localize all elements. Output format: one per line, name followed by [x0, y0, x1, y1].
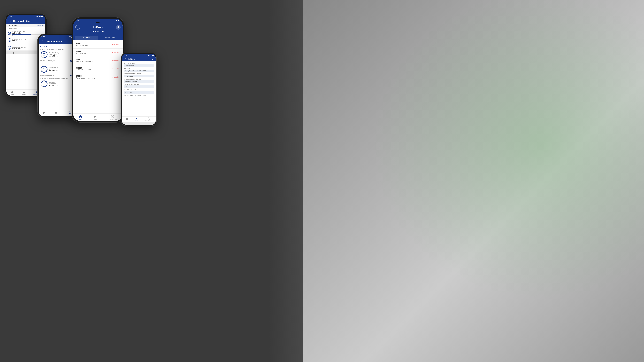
phone-2-activities-icon	[68, 111, 72, 114]
svg-point-27	[41, 66, 47, 72]
wifi-icon	[36, 16, 38, 17]
phone-4-label-member-state: Registering Member State	[124, 84, 154, 85]
phone-1-time-label-1: 04:30 h	[12, 35, 16, 36]
donut-chart-2	[40, 65, 48, 73]
phone-2-nav-vehicle[interactable]: Vehicle	[54, 111, 58, 116]
phone-3-violations-list: RTM 2 Speeding Event Detected ! › RTM 6 …	[73, 40, 123, 117]
phone-2-cumulative-label-1: Cumulated Current Weekly Driving Time	[40, 48, 76, 50]
svg-rect-44	[151, 55, 151, 56]
battery-icon	[41, 16, 44, 17]
phone-1-btn-home[interactable]: □	[26, 51, 27, 54]
phone-4-home-label: Home	[126, 120, 128, 121]
svg-rect-7	[41, 16, 42, 17]
phone-3-nav-vehicle[interactable]: Vehicle	[93, 115, 98, 120]
phone-4-field-member-state: Registering Member State TR	[124, 84, 154, 88]
phone-4-search-button[interactable]	[151, 57, 154, 61]
phone-4-bottom-nav: Home Vehicle Driver Activities	[122, 116, 156, 122]
phone-2-donut-2	[40, 65, 48, 73]
phone-3-chevron-2: ›	[120, 51, 120, 54]
phone-3-tabs: Violation General Data	[73, 35, 123, 40]
phone-2-donut-row-2: Cumulated Break(>=66 hours) 55 h 34 min	[40, 65, 76, 73]
phone-1-activity-name-1: Current Driving Time	[12, 31, 44, 32]
activities-icon-p2	[68, 111, 71, 114]
svg-rect-8	[41, 20, 43, 22]
phone-3-violation-3[interactable]: RTM 7 Vehicle Motion Conflict Detected !…	[73, 57, 123, 65]
phone-2-vehicle-label: Vehicle	[54, 114, 58, 116]
svg-rect-1	[39, 17, 39, 17]
svg-rect-2	[39, 16, 40, 17]
phone-3-violation-status-2: Detected !	[112, 52, 118, 53]
svg-rect-6	[43, 16, 44, 17]
signal-icon-p3	[116, 20, 118, 21]
svg-point-11	[9, 40, 10, 40]
phone-4-nav-title: Vehicle	[128, 58, 150, 60]
phone-3-violation-info-3: RTM 7 Vehicle Motion Conflict	[76, 59, 112, 63]
phone-4-field-time-date: Time Date Monday/01.02.2024/ss.d.ss/+03:…	[124, 68, 154, 72]
phone-4-nav-home[interactable]: Home	[126, 117, 128, 121]
phone-1-nav-vehicle[interactable]: Vehicle	[22, 90, 26, 95]
phone-4-nav-vehicle[interactable]: Vehicle	[135, 117, 138, 121]
phone-4-field-driver-name: Vehicle Driver Name Ahmet Yilmaz	[124, 62, 154, 67]
phone-3-nav-home[interactable]: Home	[78, 115, 82, 120]
phone-4-label-time-date: Time Date	[124, 68, 154, 69]
svg-point-0	[37, 17, 38, 17]
phone-3-header: + FitDrive 06 ABC 123	[73, 23, 123, 35]
phone-3-violation-name-3: Vehicle Motion Conflict	[76, 61, 112, 63]
phone-3-violation-4[interactable]: RTM 10 Last Session Closed Detected ! ›	[73, 65, 123, 73]
phone-3-violation-2[interactable]: RTM 6 Motion data error Detected ! ›	[73, 48, 123, 57]
phone-3-violation-1[interactable]: RTM 2 Speeding Event Detected ! ›	[73, 40, 123, 48]
svg-rect-43	[150, 55, 150, 56]
phone-2-donut-label-3: CumulatedDriving Time	[49, 81, 58, 84]
phone-4-btn-menu[interactable]: |||	[128, 122, 129, 124]
phone-3-plate: 06 ABC 123	[75, 30, 120, 33]
phone-2-donut-time-3: 45 h 23 min	[49, 84, 58, 86]
phone-4-field-reg-number: Vehicle Registration Number 06 ABC 123	[124, 73, 154, 77]
svg-rect-47	[154, 55, 154, 56]
phone-4-back-button[interactable]	[124, 57, 126, 61]
car-icon-p3	[93, 115, 97, 118]
svg-point-29	[43, 68, 44, 69]
phone-3-nav-activities[interactable]: Driver Activities	[108, 115, 118, 120]
phone-1-btn-menu[interactable]: |||	[13, 51, 14, 54]
phone-4-system-buttons: ||| □ ‹	[122, 122, 156, 125]
phone-2-back-button[interactable]	[40, 39, 44, 43]
phone-4-btn-home[interactable]: □	[139, 122, 140, 124]
phone-4-label-vin: Vehicle Identification Number	[124, 78, 154, 80]
phone-3-tab-general[interactable]: General Data	[98, 36, 120, 40]
phone-2-vehicle-icon	[54, 111, 58, 114]
phone-3: 9:30 + FitDrive	[72, 17, 124, 123]
phone-2-weekly-title: Weekly	[40, 46, 76, 48]
bed-icon	[8, 47, 10, 49]
phone-4-btn-back[interactable]: ‹	[150, 122, 150, 124]
phone-2-nav-home[interactable]: Home	[43, 111, 46, 116]
phone-4-fields: Vehicle Driver Name Ahmet Yilmaz Time Da…	[122, 61, 156, 116]
car-icon-p4-active	[135, 117, 138, 120]
phone-3-violation-info-2: RTM 6 Motion data error	[76, 50, 112, 54]
phone-2-sub-label-1: 10h Extended Driving Time	[40, 60, 56, 62]
phone-3-vehicle-label: Vehicle	[93, 119, 98, 120]
svg-rect-45	[151, 55, 152, 56]
phone-1-status-bar: 11:08	[6, 15, 46, 18]
phone-3-profile-button[interactable]	[116, 25, 120, 30]
phone-3-violation-status-3: Detected !	[112, 60, 118, 62]
phone-1-action-button[interactable]	[40, 19, 44, 23]
battery-icon-p3	[118, 20, 120, 21]
phone-1-section-header: Last 24 Hour 01.02.2024	[6, 24, 46, 27]
phone-3-violation-5[interactable]: RTM 11 Power Supply Interruption Detecte…	[73, 73, 123, 81]
phone-1-nav-home[interactable]: Home	[10, 90, 14, 95]
phone-2-donut-time-2: 55 h 34 min	[49, 70, 58, 72]
phone-1-back-button[interactable]	[8, 19, 12, 23]
back-arrow-icon-p4	[124, 58, 126, 60]
phone-4-label-driver-name: Vehicle Driver Name	[124, 62, 154, 64]
phone-3-notch-area	[73, 22, 123, 23]
phone-1-nav-title: Driver Activities	[13, 20, 39, 22]
phone-2-cumulative-label-2: Cumulated Current Weekly Break Time	[40, 63, 76, 65]
phone-3-violation-info-5: RTM 11 Power Supply Interruption	[76, 75, 112, 79]
activities-icon-p4	[147, 117, 150, 120]
phone-4-activities-label: Driver Activities	[145, 120, 152, 121]
phone-4-nav-activities[interactable]: Driver Activities	[145, 117, 152, 121]
phone-3-add-button[interactable]: +	[75, 25, 80, 30]
phone-1-vehicle-icon	[22, 90, 26, 94]
phone-4-value-calibration-date: 05.05.2025	[124, 91, 154, 94]
phone-3-tab-violation[interactable]: Violation	[75, 36, 98, 40]
